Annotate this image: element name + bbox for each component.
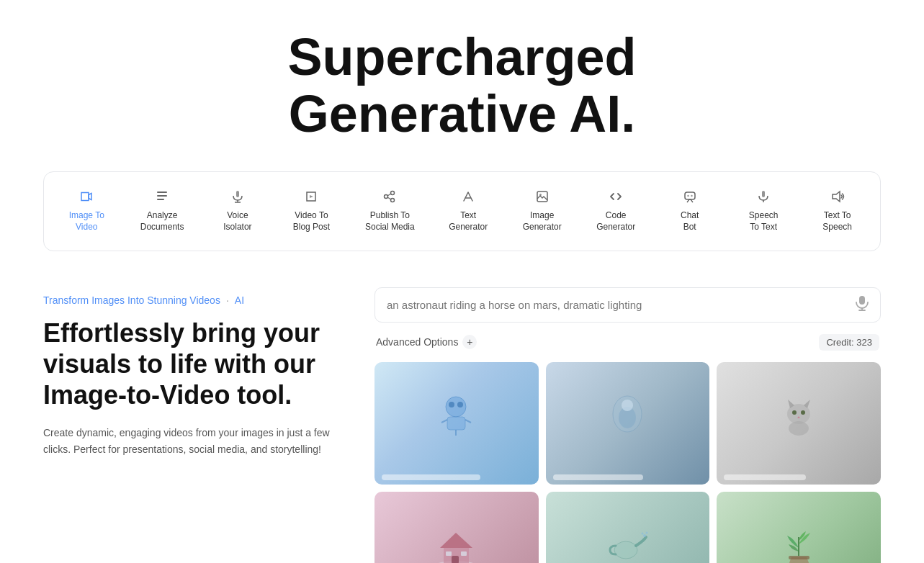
nav-tab-speech-to-text[interactable]: Speech To Text [735, 184, 792, 238]
svg-rect-41 [446, 551, 452, 556]
svg-point-33 [792, 410, 797, 415]
nav-container: Image To VideoAnalyze DocumentsVoice Iso… [43, 171, 881, 251]
svg-point-34 [801, 410, 805, 415]
nav-tab-image-generator[interactable]: Image Generator [513, 184, 571, 238]
svg-point-43 [614, 541, 637, 559]
nav-tab-label-video-to-blog: Video To Blog Post [293, 210, 330, 233]
svg-rect-47 [789, 556, 809, 559]
nav-tab-icon-image-generator [535, 189, 550, 206]
nav-tab-icon-publish-to-social [382, 189, 397, 206]
search-input[interactable] [387, 299, 848, 311]
svg-line-25 [441, 420, 447, 423]
nav-tab-text-generator[interactable]: Text Generator [439, 184, 497, 238]
hero-section: Supercharged Generative AI. [0, 0, 924, 164]
hero-title: Supercharged Generative AI. [14, 29, 910, 143]
svg-point-12 [687, 195, 688, 197]
mic-icon[interactable] [856, 295, 869, 315]
nav-tab-chat-bot[interactable]: Chat Bot [661, 184, 719, 238]
nav-tab-publish-to-social[interactable]: Publish To Social Media [356, 184, 423, 238]
nav-tab-icon-text-generator [461, 189, 475, 206]
nav-tab-voice-isolator[interactable]: Voice Isolator [209, 184, 266, 238]
advanced-plus-icon: + [462, 335, 477, 349]
nav-tab-icon-text-to-speech [830, 189, 845, 206]
nav-tab-label-voice-isolator: Voice Isolator [223, 210, 251, 233]
svg-point-44 [643, 534, 646, 537]
nav-tab-icon-video-to-blog [304, 189, 318, 206]
svg-point-6 [391, 192, 395, 195]
advanced-options-label: Advanced Options [376, 336, 458, 348]
svg-point-22 [457, 402, 463, 407]
nav-tab-label-image-generator: Image Generator [523, 210, 562, 233]
svg-point-29 [622, 400, 633, 411]
tag-link[interactable]: Transform Images Into Stunning Videos [43, 294, 220, 306]
left-panel-description: Create dynamic, engaging videos from you… [43, 425, 346, 457]
svg-rect-3 [236, 191, 239, 197]
tag-ai: AI [235, 294, 244, 306]
svg-rect-17 [859, 296, 865, 305]
tag-line: Transform Images Into Stunning Videos · … [43, 294, 346, 306]
svg-rect-14 [762, 191, 765, 197]
svg-rect-11 [685, 192, 695, 199]
image-card-watering-can[interactable] [546, 492, 710, 563]
main-content: Transform Images Into Stunning Videos · … [0, 273, 924, 563]
svg-rect-2 [157, 199, 164, 200]
svg-rect-0 [157, 192, 167, 193]
image-card-house[interactable] [374, 492, 539, 563]
image-grid [374, 362, 881, 563]
svg-marker-16 [833, 192, 840, 202]
svg-point-20 [446, 397, 466, 417]
svg-rect-1 [157, 195, 167, 197]
nav-tabs: Image To VideoAnalyze DocumentsVoice Iso… [51, 184, 873, 238]
svg-point-46 [641, 533, 643, 535]
nav-tab-label-analyze-documents: Analyze Documents [140, 210, 184, 233]
nav-tab-icon-code-generator [609, 189, 623, 206]
svg-point-36 [789, 421, 809, 436]
image-card-abstract[interactable] [546, 362, 710, 485]
nav-tab-label-text-generator: Text Generator [449, 210, 488, 233]
nav-tab-label-text-to-speech: Text To Speech [822, 210, 852, 233]
nav-tab-label-code-generator: Code Generator [596, 210, 635, 233]
image-card-cat[interactable] [717, 362, 881, 485]
nav-tab-icon-voice-isolator [230, 189, 245, 206]
svg-line-26 [465, 420, 471, 423]
image-card-robot[interactable] [374, 362, 539, 485]
nav-tab-video-to-blog[interactable]: Video To Blog Post [282, 184, 340, 238]
search-bar [374, 287, 881, 323]
nav-tab-label-speech-to-text: Speech To Text [749, 210, 779, 233]
nav-tab-text-to-speech[interactable]: Text To Speech [809, 184, 866, 238]
credit-badge: Credit: 323 [819, 334, 879, 351]
nav-tab-icon-analyze-documents [155, 189, 169, 206]
svg-point-7 [385, 195, 388, 199]
nav-tab-image-to-video[interactable]: Image To Video [58, 184, 115, 238]
tag-dot: · [226, 294, 229, 306]
svg-point-13 [691, 195, 692, 197]
svg-point-21 [449, 402, 454, 407]
nav-tab-icon-chat-bot [683, 189, 697, 206]
nav-tab-label-publish-to-social: Publish To Social Media [365, 210, 415, 233]
nav-tab-analyze-documents[interactable]: Analyze Documents [132, 184, 193, 238]
left-panel-title: Effortlessly bring your visuals to life … [43, 317, 346, 411]
advanced-bar: Advanced Options + Credit: 323 [374, 331, 881, 353]
svg-marker-39 [440, 533, 472, 548]
advanced-options-button[interactable]: Advanced Options + [376, 335, 477, 349]
svg-rect-42 [461, 551, 467, 556]
right-panel: Advanced Options + Credit: 323 [374, 287, 881, 563]
image-card-plant[interactable] [717, 492, 881, 563]
nav-tab-icon-image-to-video [79, 189, 94, 206]
nav-tab-label-chat-bot: Chat Bot [681, 210, 699, 233]
nav-tab-icon-speech-to-text [756, 189, 771, 206]
svg-point-45 [645, 532, 647, 534]
svg-point-10 [539, 194, 542, 196]
svg-rect-23 [447, 417, 465, 430]
left-panel: Transform Images Into Stunning Videos · … [43, 287, 346, 457]
svg-point-8 [391, 199, 395, 202]
nav-tab-code-generator[interactable]: Code Generator [587, 184, 645, 238]
nav-tab-label-image-to-video: Image To Video [69, 210, 104, 233]
svg-rect-40 [452, 556, 459, 563]
